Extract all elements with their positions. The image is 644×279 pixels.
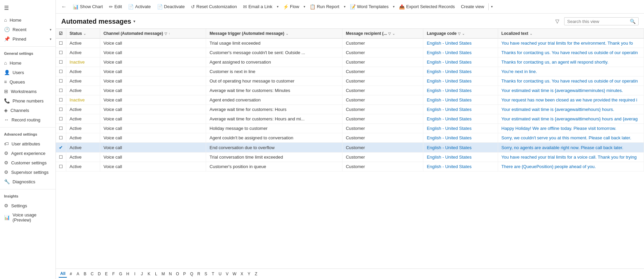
language-link[interactable]: English - United States (427, 155, 471, 160)
language-cell[interactable]: English - United States (423, 48, 498, 57)
checkbox-unchecked[interactable]: ☐ (59, 88, 63, 93)
alpha-nav-item-n[interactable]: N (167, 271, 174, 277)
language-cell[interactable]: English - United States (423, 86, 498, 95)
search-input[interactable] (567, 19, 628, 24)
alpha-nav-item-r[interactable]: R (195, 271, 202, 277)
table-row[interactable]: ☐ActiveVoice callCustomer's message coul… (56, 48, 644, 57)
email-link-button[interactable]: ✉ Email a Link (240, 3, 275, 11)
checkbox-unchecked[interactable]: ☐ (59, 135, 63, 140)
row-checkbox-cell[interactable]: ☐ (56, 57, 66, 67)
checkbox-checked[interactable]: ✔ (59, 145, 63, 150)
table-row[interactable]: ☐ActiveVoice callAverage wait time for c… (56, 105, 644, 114)
more-chevron[interactable]: ▾ (490, 3, 494, 10)
language-cell[interactable]: English - United States (423, 39, 498, 48)
language-cell[interactable]: English - United States (423, 133, 498, 143)
checkbox-unchecked[interactable]: ☐ (59, 107, 63, 112)
sidebar-item-phone-numbers[interactable]: 📞 Phone numbers (0, 96, 55, 106)
alpha-nav-item-all[interactable]: All (59, 270, 67, 278)
email-chevron[interactable]: ▾ (276, 3, 280, 10)
language-link[interactable]: English - United States (427, 60, 471, 65)
alpha-nav-item-z[interactable]: Z (253, 271, 260, 277)
table-row[interactable]: ☐ActiveVoice callTrial usage limit excee… (56, 39, 644, 48)
alpha-nav-item-s[interactable]: S (202, 271, 209, 277)
trigger-header[interactable]: Message trigger (Automated message) ⌄ (206, 29, 342, 39)
row-checkbox-cell[interactable]: ☐ (56, 133, 66, 143)
row-checkbox-cell[interactable]: ✔ (56, 143, 66, 153)
alpha-nav-item-k[interactable]: K (146, 271, 152, 277)
hamburger-button[interactable]: ☰ (0, 2, 55, 14)
language-cell[interactable]: English - United States (423, 57, 498, 67)
back-button[interactable]: ← (59, 2, 69, 11)
flow-chevron[interactable]: ▾ (303, 3, 306, 10)
deactivate-button[interactable]: 📄 Deactivate (154, 3, 187, 11)
alpha-nav-item-m[interactable]: M (160, 271, 166, 277)
table-row[interactable]: ☐ActiveVoice callCustomer is next in lin… (56, 67, 644, 76)
sidebar-item-home2[interactable]: ⌂ Home (0, 58, 55, 68)
export-button[interactable]: 📤 Export Selected Records (396, 3, 458, 11)
flow-button[interactable]: ⚡ Flow (280, 3, 302, 11)
create-view-button[interactable]: Create view (458, 3, 487, 10)
row-checkbox-cell[interactable]: ☐ (56, 124, 66, 133)
alpha-nav-item-o[interactable]: O (174, 271, 181, 277)
checkbox-unchecked[interactable]: ☐ (59, 78, 63, 84)
language-link[interactable]: English - United States (427, 107, 471, 112)
row-checkbox-cell[interactable]: ☐ (56, 76, 66, 86)
language-cell[interactable]: English - United States (423, 105, 498, 114)
row-checkbox-cell[interactable]: ☐ (56, 86, 66, 95)
checkbox-unchecked[interactable]: ☐ (59, 155, 63, 160)
alpha-nav-item-v[interactable]: V (224, 271, 230, 277)
select-all-header[interactable]: ☑ (56, 29, 66, 39)
alpha-nav-item-e[interactable]: E (103, 271, 110, 277)
row-checkbox-cell[interactable]: ☐ (56, 95, 66, 105)
alpha-nav-item-q[interactable]: Q (188, 271, 195, 277)
row-checkbox-cell[interactable]: ☐ (56, 105, 66, 114)
checkbox-unchecked[interactable]: ☐ (59, 69, 63, 74)
language-link[interactable]: English - United States (427, 50, 471, 55)
language-link[interactable]: English - United States (427, 97, 471, 102)
checkbox-unchecked[interactable]: ☐ (59, 50, 63, 55)
report-chevron[interactable]: ▾ (343, 3, 347, 10)
alpha-nav-item-y[interactable]: Y (246, 271, 252, 277)
table-row[interactable]: ☐ActiveVoice callAgent couldn't be assig… (56, 133, 644, 143)
checkbox-unchecked[interactable]: ☐ (59, 164, 63, 169)
sidebar-item-channels[interactable]: ◈ Channels (0, 106, 55, 115)
checkbox-unchecked[interactable]: ☐ (59, 116, 63, 121)
table-row[interactable]: ☐InactiveVoice callAgent ended conversat… (56, 95, 644, 105)
language-cell[interactable]: English - United States (423, 162, 498, 171)
alpha-nav-item-a[interactable]: A (74, 271, 81, 277)
table-row[interactable]: ✔ActiveVoice callEnd conversation due to… (56, 143, 644, 153)
alpha-nav-item-h[interactable]: H (124, 271, 131, 277)
sidebar-item-voice-usage[interactable]: 📊 Voice usage (Preview) (0, 210, 55, 225)
page-title-chevron[interactable]: ▾ (133, 19, 135, 24)
alpha-nav-item-g[interactable]: G (117, 271, 124, 277)
language-cell[interactable]: English - United States (423, 124, 498, 133)
alpha-nav-item-d[interactable]: D (96, 271, 103, 277)
status-header[interactable]: Status ⌄ (66, 29, 100, 39)
sidebar-item-recent[interactable]: 🕐 Recent ▾ (0, 25, 55, 34)
sidebar-item-home[interactable]: ⌂ Home (0, 15, 55, 25)
sidebar-item-pinned[interactable]: 📌 Pinned ▾ (0, 34, 55, 44)
checkbox-all[interactable]: ☑ (59, 31, 63, 36)
alpha-nav-item-u[interactable]: U (217, 271, 223, 277)
row-checkbox-cell[interactable]: ☐ (56, 39, 66, 48)
alpha-nav-item-w[interactable]: W (231, 271, 238, 277)
alpha-nav-item-x[interactable]: X (239, 271, 245, 277)
activate-button[interactable]: 📄 Activate (125, 3, 153, 11)
sidebar-item-record-routing[interactable]: ↔ Record routing (0, 115, 55, 124)
row-checkbox-cell[interactable]: ☐ (56, 48, 66, 57)
language-header[interactable]: Language code ▽ ⌄ (423, 29, 498, 39)
alpha-nav-item-j[interactable]: J (138, 271, 145, 277)
run-report-button[interactable]: 📋 Run Report (307, 3, 342, 11)
checkbox-unchecked[interactable]: ☐ (59, 126, 63, 131)
language-link[interactable]: English - United States (427, 164, 471, 169)
table-row[interactable]: ☐InactiveVoice callAgent assigned to con… (56, 57, 644, 67)
word-templates-button[interactable]: 📝 Word Templates (347, 3, 391, 11)
language-cell[interactable]: English - United States (423, 153, 498, 162)
table-row[interactable]: ☐ActiveVoice callOut of operating hour m… (56, 76, 644, 86)
language-cell[interactable]: English - United States (423, 95, 498, 105)
alpha-nav-item-t[interactable]: T (209, 271, 216, 277)
language-link[interactable]: English - United States (427, 116, 471, 121)
alpha-nav-item-b[interactable]: B (82, 271, 88, 277)
language-link[interactable]: English - United States (427, 135, 471, 140)
language-link[interactable]: English - United States (427, 145, 471, 150)
